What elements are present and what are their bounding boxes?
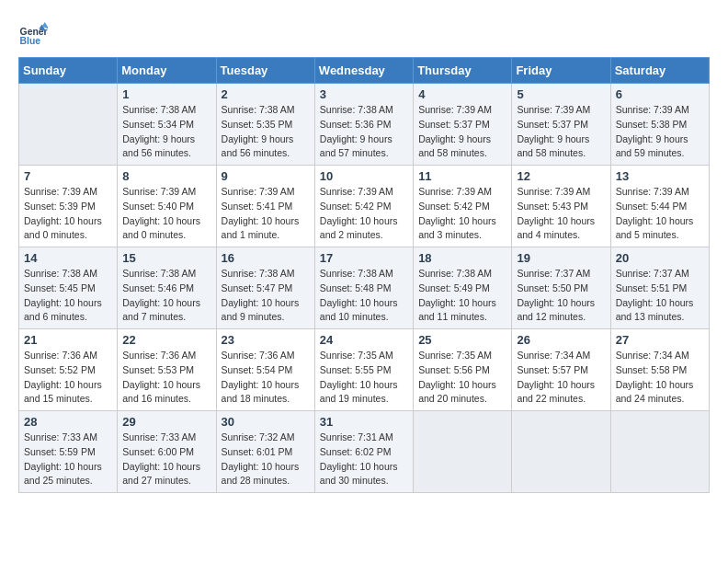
calendar-header-saturday: Saturday [610, 58, 709, 84]
calendar-header-row: SundayMondayTuesdayWednesdayThursdayFrid… [19, 58, 710, 84]
day-info: Sunrise: 7:38 AMSunset: 5:48 PMDaylight:… [320, 267, 408, 325]
day-number: 20 [616, 251, 704, 265]
calendar-header-wednesday: Wednesday [314, 58, 413, 84]
day-info: Sunrise: 7:39 AMSunset: 5:42 PMDaylight:… [320, 185, 408, 243]
day-number: 28 [24, 415, 112, 429]
day-number: 19 [517, 251, 605, 265]
day-number: 26 [517, 333, 605, 347]
day-info: Sunrise: 7:34 AMSunset: 5:58 PMDaylight:… [616, 349, 704, 407]
day-number: 29 [122, 415, 210, 429]
day-info: Sunrise: 7:38 AMSunset: 5:34 PMDaylight:… [122, 103, 210, 161]
calendar-cell: 29Sunrise: 7:33 AMSunset: 6:00 PMDayligh… [118, 411, 216, 493]
page-header: General Blue [18, 18, 710, 48]
day-number: 13 [616, 169, 704, 183]
day-info: Sunrise: 7:36 AMSunset: 5:54 PMDaylight:… [222, 349, 310, 407]
calendar-cell: 25Sunrise: 7:35 AMSunset: 5:56 PMDayligh… [414, 329, 512, 411]
calendar-cell: 28Sunrise: 7:33 AMSunset: 5:59 PMDayligh… [19, 411, 118, 493]
calendar-week-row: 7Sunrise: 7:39 AMSunset: 5:39 PMDaylight… [19, 166, 710, 247]
day-info: Sunrise: 7:38 AMSunset: 5:35 PMDaylight:… [222, 103, 310, 161]
calendar-cell: 12Sunrise: 7:39 AMSunset: 5:43 PMDayligh… [512, 166, 610, 247]
day-info: Sunrise: 7:35 AMSunset: 5:55 PMDaylight:… [320, 349, 408, 407]
day-number: 3 [320, 87, 408, 101]
calendar-cell: 30Sunrise: 7:32 AMSunset: 6:01 PMDayligh… [216, 411, 314, 493]
day-info: Sunrise: 7:32 AMSunset: 6:01 PMDaylight:… [222, 431, 310, 488]
day-info: Sunrise: 7:39 AMSunset: 5:41 PMDaylight:… [222, 185, 310, 243]
day-info: Sunrise: 7:35 AMSunset: 5:56 PMDaylight:… [418, 349, 506, 407]
day-number: 11 [418, 169, 506, 183]
day-number: 16 [222, 251, 310, 265]
day-number: 30 [222, 415, 310, 429]
day-number: 21 [24, 333, 112, 347]
day-info: Sunrise: 7:38 AMSunset: 5:36 PMDaylight:… [320, 103, 408, 161]
day-number: 7 [24, 169, 112, 183]
calendar-cell: 13Sunrise: 7:39 AMSunset: 5:44 PMDayligh… [610, 166, 709, 247]
day-info: Sunrise: 7:39 AMSunset: 5:44 PMDaylight:… [616, 185, 704, 243]
calendar-cell: 15Sunrise: 7:38 AMSunset: 5:46 PMDayligh… [118, 247, 216, 329]
calendar-cell: 4Sunrise: 7:39 AMSunset: 5:37 PMDaylight… [414, 84, 512, 166]
day-number: 15 [122, 251, 210, 265]
calendar-cell: 7Sunrise: 7:39 AMSunset: 5:39 PMDaylight… [19, 166, 118, 247]
calendar-week-row: 28Sunrise: 7:33 AMSunset: 5:59 PMDayligh… [19, 411, 710, 493]
svg-text:Blue: Blue [20, 36, 41, 46]
day-number: 24 [320, 333, 408, 347]
calendar-header-monday: Monday [118, 58, 216, 84]
day-info: Sunrise: 7:37 AMSunset: 5:51 PMDaylight:… [616, 267, 704, 325]
calendar-cell: 1Sunrise: 7:38 AMSunset: 5:34 PMDaylight… [118, 84, 216, 166]
day-info: Sunrise: 7:38 AMSunset: 5:46 PMDaylight:… [122, 267, 210, 325]
calendar-cell: 20Sunrise: 7:37 AMSunset: 5:51 PMDayligh… [610, 247, 709, 329]
day-number: 4 [418, 87, 506, 101]
day-info: Sunrise: 7:33 AMSunset: 5:59 PMDaylight:… [24, 431, 112, 488]
day-number: 31 [320, 415, 408, 429]
day-info: Sunrise: 7:39 AMSunset: 5:40 PMDaylight:… [122, 185, 210, 243]
day-info: Sunrise: 7:39 AMSunset: 5:43 PMDaylight:… [517, 185, 605, 243]
calendar-cell: 10Sunrise: 7:39 AMSunset: 5:42 PMDayligh… [314, 166, 413, 247]
calendar-cell: 22Sunrise: 7:36 AMSunset: 5:53 PMDayligh… [118, 329, 216, 411]
day-number: 14 [24, 251, 112, 265]
calendar-cell: 23Sunrise: 7:36 AMSunset: 5:54 PMDayligh… [216, 329, 314, 411]
day-info: Sunrise: 7:38 AMSunset: 5:47 PMDaylight:… [222, 267, 310, 325]
day-info: Sunrise: 7:33 AMSunset: 6:00 PMDaylight:… [122, 431, 210, 488]
calendar-cell [512, 411, 610, 493]
calendar-header-thursday: Thursday [414, 58, 512, 84]
calendar-cell: 27Sunrise: 7:34 AMSunset: 5:58 PMDayligh… [610, 329, 709, 411]
day-info: Sunrise: 7:39 AMSunset: 5:39 PMDaylight:… [24, 185, 112, 243]
day-number: 8 [122, 169, 210, 183]
day-number: 5 [517, 87, 605, 101]
calendar-cell: 16Sunrise: 7:38 AMSunset: 5:47 PMDayligh… [216, 247, 314, 329]
calendar-week-row: 14Sunrise: 7:38 AMSunset: 5:45 PMDayligh… [19, 247, 710, 329]
calendar-cell: 21Sunrise: 7:36 AMSunset: 5:52 PMDayligh… [19, 329, 118, 411]
calendar-cell: 24Sunrise: 7:35 AMSunset: 5:55 PMDayligh… [314, 329, 413, 411]
calendar-cell: 9Sunrise: 7:39 AMSunset: 5:41 PMDaylight… [216, 166, 314, 247]
day-number: 9 [222, 169, 310, 183]
calendar-cell: 19Sunrise: 7:37 AMSunset: 5:50 PMDayligh… [512, 247, 610, 329]
calendar-week-row: 21Sunrise: 7:36 AMSunset: 5:52 PMDayligh… [19, 329, 710, 411]
day-info: Sunrise: 7:38 AMSunset: 5:45 PMDaylight:… [24, 267, 112, 325]
day-info: Sunrise: 7:34 AMSunset: 5:57 PMDaylight:… [517, 349, 605, 407]
calendar-cell [414, 411, 512, 493]
calendar-cell: 3Sunrise: 7:38 AMSunset: 5:36 PMDaylight… [314, 84, 413, 166]
day-info: Sunrise: 7:39 AMSunset: 5:38 PMDaylight:… [616, 103, 704, 161]
day-info: Sunrise: 7:31 AMSunset: 6:02 PMDaylight:… [320, 431, 408, 488]
day-number: 18 [418, 251, 506, 265]
day-info: Sunrise: 7:36 AMSunset: 5:52 PMDaylight:… [24, 349, 112, 407]
day-number: 25 [418, 333, 506, 347]
day-info: Sunrise: 7:38 AMSunset: 5:49 PMDaylight:… [418, 267, 506, 325]
calendar-cell: 26Sunrise: 7:34 AMSunset: 5:57 PMDayligh… [512, 329, 610, 411]
calendar-cell: 5Sunrise: 7:39 AMSunset: 5:37 PMDaylight… [512, 84, 610, 166]
calendar-table: SundayMondayTuesdayWednesdayThursdayFrid… [18, 57, 710, 493]
calendar-cell: 2Sunrise: 7:38 AMSunset: 5:35 PMDaylight… [216, 84, 314, 166]
day-number: 2 [222, 87, 310, 101]
calendar-header-friday: Friday [512, 58, 610, 84]
calendar-cell: 8Sunrise: 7:39 AMSunset: 5:40 PMDaylight… [118, 166, 216, 247]
calendar-cell: 17Sunrise: 7:38 AMSunset: 5:48 PMDayligh… [314, 247, 413, 329]
calendar-cell: 11Sunrise: 7:39 AMSunset: 5:42 PMDayligh… [414, 166, 512, 247]
calendar-cell [19, 84, 118, 166]
day-number: 22 [122, 333, 210, 347]
calendar-header-tuesday: Tuesday [216, 58, 314, 84]
calendar-cell [610, 411, 709, 493]
day-number: 1 [122, 87, 210, 101]
calendar-header-sunday: Sunday [19, 58, 118, 84]
day-number: 27 [616, 333, 704, 347]
day-number: 10 [320, 169, 408, 183]
day-info: Sunrise: 7:36 AMSunset: 5:53 PMDaylight:… [122, 349, 210, 407]
